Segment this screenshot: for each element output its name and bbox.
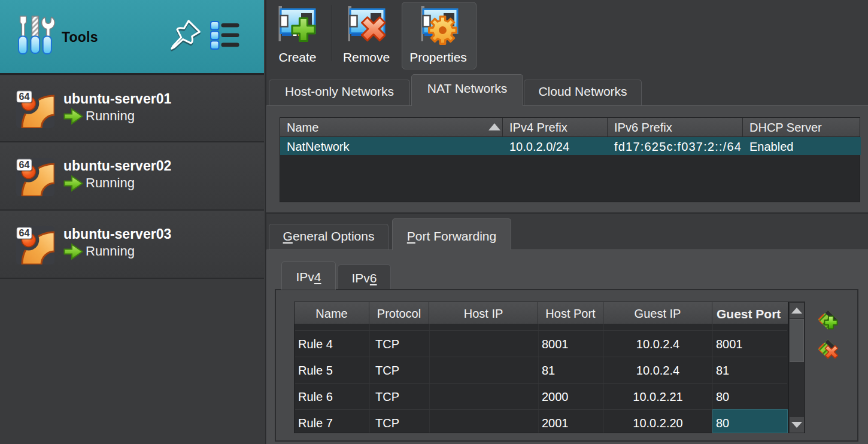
svg-text:64: 64 xyxy=(19,160,30,170)
svg-text:64: 64 xyxy=(19,92,30,102)
svg-text:64: 64 xyxy=(19,228,30,238)
